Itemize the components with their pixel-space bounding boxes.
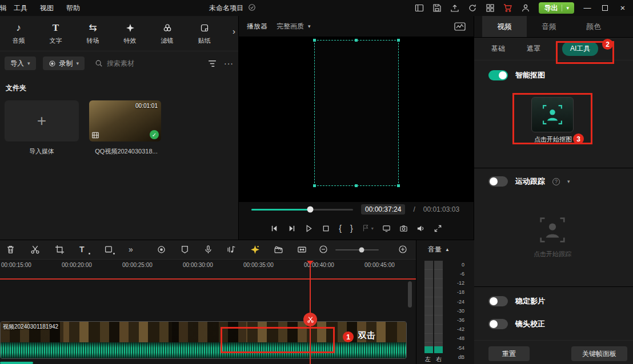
grid-icon[interactable] <box>486 3 495 13</box>
speaker-icon[interactable] <box>416 224 425 233</box>
menu-item-tools[interactable]: 工具 <box>7 0 34 16</box>
handle-top-center[interactable] <box>355 39 358 42</box>
subtab-basic[interactable]: 基础 <box>491 44 505 54</box>
tracking-hint-label: 点击开始跟踪 <box>518 250 587 258</box>
snapshot-camera-icon[interactable] <box>399 224 408 233</box>
scope-monitor-icon[interactable] <box>454 22 466 31</box>
motion-tracking-toggle[interactable] <box>488 176 508 187</box>
crop-icon[interactable] <box>55 245 65 254</box>
tab-audio[interactable]: 音频 <box>527 16 571 37</box>
shape-tool-icon[interactable] <box>104 245 114 254</box>
play-icon[interactable] <box>305 224 313 233</box>
zoom-slider-knob[interactable] <box>359 247 364 252</box>
user-icon[interactable] <box>521 3 530 13</box>
reset-button[interactable]: 重置 <box>488 346 530 361</box>
timeline-vertical-scrollbar[interactable] <box>408 281 412 308</box>
motion-tracking-chevron-down-icon[interactable]: ▾ <box>567 179 570 184</box>
music-note-icon: ♪ <box>16 22 21 34</box>
split-scissors-icon[interactable] <box>30 245 40 254</box>
keyframe-panel-button[interactable]: 关键帧面板 <box>571 346 627 361</box>
zoom-in-icon[interactable] <box>398 245 408 254</box>
timeline-panel: T » <box>0 240 416 364</box>
fit-timeline-icon[interactable] <box>297 245 307 254</box>
menu-item-help[interactable]: 帮助 <box>60 0 86 16</box>
menu-item-view[interactable]: 视图 <box>34 0 60 16</box>
import-media-dropzone[interactable]: + <box>5 100 79 141</box>
mark-in-icon[interactable]: { <box>339 224 342 233</box>
import-button[interactable]: 导入 ▾ <box>5 56 36 70</box>
handle-top-left[interactable] <box>313 39 316 42</box>
highlight-marker-icon[interactable] <box>250 245 260 254</box>
mark-out-icon[interactable]: } <box>350 224 353 233</box>
handle-bottom-left[interactable] <box>313 184 316 187</box>
smart-cutout-toggle[interactable] <box>488 70 508 80</box>
volume-collapse-icon[interactable]: ▲ <box>445 247 450 252</box>
menu-item-clipped[interactable]: 辑 <box>0 0 7 16</box>
export-button[interactable]: 导出 ▾ <box>539 2 574 14</box>
preview-area[interactable] <box>239 37 474 202</box>
lens-correction-toggle[interactable] <box>488 319 508 329</box>
quality-dropdown[interactable]: 完整画质 ▾ <box>277 22 311 31</box>
more-options-icon[interactable]: ··· <box>224 59 234 68</box>
media-tab-audio[interactable]: ♪ 音频 <box>0 22 37 45</box>
close-button[interactable]: × <box>618 3 627 13</box>
media-tab-transition[interactable]: ⇆ 转场 <box>74 22 111 45</box>
current-timecode: 00:00:37:24 <box>361 204 405 215</box>
step-forward-icon[interactable] <box>287 224 296 233</box>
keyframe-icon[interactable] <box>157 245 166 254</box>
sync-icon[interactable] <box>468 3 477 13</box>
mic-icon[interactable] <box>203 245 213 254</box>
stop-icon[interactable] <box>322 224 330 233</box>
downloaded-check-icon: ✓ <box>150 130 159 139</box>
handle-top-right[interactable] <box>397 39 400 42</box>
seek-knob[interactable] <box>307 207 314 213</box>
video-selection-frame[interactable] <box>314 40 399 186</box>
zoom-slider[interactable] <box>335 249 379 250</box>
media-tab-filters[interactable]: 滤镜 <box>149 22 186 45</box>
marker-dropdown[interactable]: ▾ <box>362 224 374 232</box>
marker-flag-icon[interactable] <box>180 245 190 254</box>
tabs-expand-chevron-icon[interactable]: › <box>233 26 235 36</box>
toggle-knob <box>490 320 498 328</box>
minimize-button[interactable]: — <box>583 3 592 13</box>
maximize-button[interactable] <box>602 5 608 11</box>
display-icon[interactable] <box>382 224 391 233</box>
timeline-ruler[interactable]: 00:00:15:00 00:00:20:00 00:00:25:00 00:0… <box>0 260 416 279</box>
media-tab-text[interactable]: T 文字 <box>37 22 74 45</box>
sticker-icon <box>200 22 209 34</box>
media-clip-thumbnail[interactable]: 00:01:01 ✓ <box>89 100 161 141</box>
tab-video[interactable]: 视频 <box>482 16 527 37</box>
media-clip-tile[interactable]: 00:01:01 ✓ QQ视频2024030318... <box>89 100 163 156</box>
media-tab-stickers[interactable]: 贴纸 <box>186 22 223 45</box>
more-tools-icon[interactable]: » <box>129 245 133 254</box>
text-tool-icon[interactable]: T <box>79 245 89 254</box>
playhead-split-button[interactable] <box>303 313 317 326</box>
toggle-knob <box>490 297 498 305</box>
handle-bottom-center[interactable] <box>355 184 358 187</box>
filter-icon[interactable] <box>207 59 217 68</box>
motion-tracking-help-icon[interactable]: ? <box>552 178 560 185</box>
subtab-mask[interactable]: 遮罩 <box>527 44 540 54</box>
media-tab-effects[interactable]: 特效 <box>111 22 149 45</box>
save-icon[interactable] <box>432 3 442 13</box>
cart-icon[interactable] <box>503 3 512 13</box>
audio-sync-icon[interactable] <box>227 245 237 254</box>
tab-color[interactable]: 颜色 <box>571 16 616 37</box>
handle-bottom-right[interactable] <box>397 184 400 187</box>
stabilize-toggle[interactable] <box>488 296 508 306</box>
step-back-icon[interactable] <box>270 224 279 233</box>
upload-icon[interactable] <box>450 3 459 13</box>
timeline-horizontal-scrollbar[interactable] <box>0 362 33 364</box>
record-button[interactable]: 录制 ▾ <box>43 56 85 70</box>
import-media-tile[interactable]: + 导入媒体 <box>5 100 79 156</box>
scissors-icon <box>307 316 314 323</box>
volume-header[interactable]: 音量 ▲ <box>428 245 450 254</box>
search-input[interactable] <box>107 59 175 67</box>
delete-icon[interactable] <box>6 245 15 254</box>
fullscreen-icon[interactable] <box>434 224 442 233</box>
layout-icon[interactable] <box>415 3 424 13</box>
seek-slider[interactable] <box>251 209 353 211</box>
zoom-out-icon[interactable] <box>319 245 328 254</box>
clapperboard-icon[interactable] <box>274 245 283 254</box>
export-chevron-down-icon[interactable]: ▾ <box>566 5 569 11</box>
